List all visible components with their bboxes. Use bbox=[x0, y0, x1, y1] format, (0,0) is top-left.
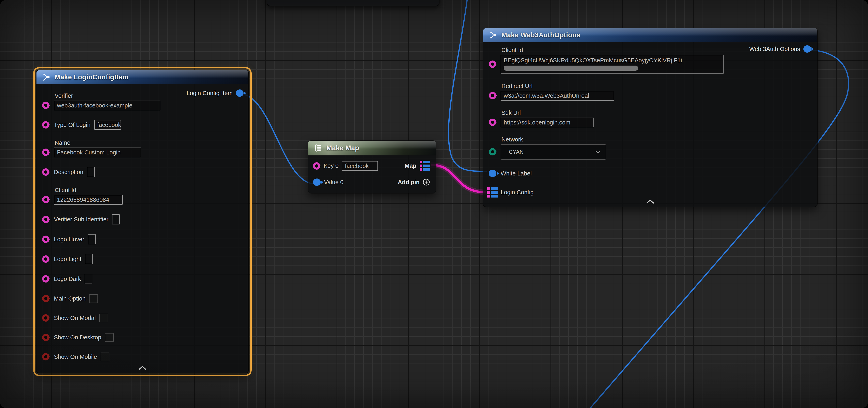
show-on-mobile-checkbox[interactable] bbox=[101, 352, 110, 361]
pin-row-login-config: Login Config bbox=[483, 187, 817, 198]
graph-canvas[interactable]: Make LoginConfigItem Login Config Item V… bbox=[0, 0, 868, 408]
node-title: Make Web3AuthOptions bbox=[501, 31, 580, 39]
wire-loginconfigitem-to-value0[interactable] bbox=[240, 94, 314, 184]
pin-client-id[interactable] bbox=[489, 61, 496, 68]
pin-logo-hover[interactable] bbox=[42, 236, 50, 243]
pin-sdk-url[interactable] bbox=[489, 118, 496, 126]
pin-row-verifier-sub-identifier: Verifier Sub Identifier bbox=[36, 214, 248, 225]
pin-name[interactable] bbox=[42, 148, 50, 156]
redirect-url-field[interactable]: w3a://com.w3a.Web3AuthUnreal bbox=[501, 91, 614, 101]
pin-redirect-url[interactable] bbox=[489, 92, 496, 99]
pin-row-show-on-mobile: Show On Mobile bbox=[36, 352, 248, 362]
pin-row-logo-light: Logo Light bbox=[36, 254, 248, 264]
pin-show-on-modal[interactable] bbox=[42, 314, 50, 321]
node-title: Make LoginConfigItem bbox=[55, 73, 128, 81]
node-make-web3authoptions[interactable]: Make Web3AuthOptions Web 3Auth Options C… bbox=[483, 28, 817, 207]
client-id-field[interactable]: BEglQSgt4cUWcj6SKRdu5QkOXTsePmMcusG5EAoy… bbox=[501, 55, 723, 74]
pin-row-white-label: White Label bbox=[483, 169, 817, 178]
make-map-icon bbox=[313, 143, 323, 152]
wire-map-glow bbox=[431, 165, 486, 192]
pin-logo-dark[interactable] bbox=[42, 275, 50, 282]
wire-top-to-whitelabel[interactable] bbox=[448, 0, 487, 171]
pin-main-option[interactable] bbox=[42, 295, 50, 302]
output-login-config-item[interactable]: Login Config Item bbox=[187, 90, 244, 97]
pin-row-main-option: Main Option bbox=[36, 294, 248, 303]
verifier-field[interactable]: web3auth-facebook-example bbox=[54, 101, 160, 110]
description-field[interactable] bbox=[87, 167, 95, 177]
pin-row-name: Name Facebook Custom Login bbox=[36, 139, 248, 157]
pin-value-0[interactable] bbox=[313, 178, 321, 186]
pin-row-redirect-url: Redirect Url w3a://com.w3a.Web3AuthUnrea… bbox=[483, 83, 817, 101]
make-struct-icon bbox=[42, 72, 51, 82]
pin-row-logo-hover: Logo Hover bbox=[36, 234, 248, 244]
node-header-make-web3authoptions[interactable]: Make Web3AuthOptions bbox=[483, 28, 817, 42]
pin-white-label[interactable] bbox=[489, 170, 496, 177]
pin-map-output[interactable] bbox=[420, 161, 430, 171]
show-on-desktop-checkbox[interactable] bbox=[105, 333, 114, 342]
add-pin-button[interactable]: Add pin bbox=[398, 178, 430, 186]
map-value-row: Value 0 Add pin bbox=[313, 178, 430, 186]
node-title: Make Map bbox=[327, 144, 359, 152]
main-option-checkbox[interactable] bbox=[89, 294, 98, 303]
logo-dark-field[interactable] bbox=[85, 274, 92, 284]
pin-row-network: Network CYAN bbox=[483, 136, 817, 160]
pin-description[interactable] bbox=[42, 168, 50, 176]
collapse-chevron-icon[interactable] bbox=[138, 366, 147, 370]
node-header-make-map[interactable]: Make Map bbox=[308, 141, 436, 156]
pin-network[interactable] bbox=[489, 148, 496, 156]
output-web3auth-options[interactable]: Web 3Auth Options bbox=[749, 45, 811, 53]
pin-show-on-mobile[interactable] bbox=[42, 353, 50, 361]
pin-verifier-sub-identifier[interactable] bbox=[42, 216, 50, 223]
blueprint-editor: Make LoginConfigItem Login Config Item V… bbox=[0, 0, 868, 408]
client-id-field[interactable]: 1222658941886084 bbox=[54, 195, 123, 205]
pin-row-logo-dark: Logo Dark bbox=[36, 274, 248, 284]
logo-hover-field[interactable] bbox=[88, 234, 96, 244]
sdk-url-field[interactable]: https://sdk.openlogin.com bbox=[501, 117, 594, 127]
map-key-row: Key 0 facebook Map bbox=[313, 161, 430, 171]
chevron-down-icon bbox=[595, 150, 600, 154]
pin-row-sdk-url: Sdk Url https://sdk.openlogin.com bbox=[483, 109, 817, 127]
type-of-login-field[interactable]: facebook bbox=[94, 120, 121, 130]
pin-key-0[interactable] bbox=[313, 162, 320, 170]
node-make-map[interactable]: Make Map Key 0 facebook Map bbox=[308, 140, 436, 194]
pin-row-type-of-login: Type Of Login facebook bbox=[36, 120, 248, 130]
key-0-field[interactable]: facebook bbox=[342, 161, 378, 171]
collapse-chevron-icon[interactable] bbox=[646, 199, 654, 204]
pin-show-on-desktop[interactable] bbox=[42, 334, 50, 341]
offscreen-node-top[interactable] bbox=[267, 0, 439, 6]
pin-verifier[interactable] bbox=[42, 102, 50, 109]
pin-web3auth-options-output[interactable] bbox=[803, 45, 811, 53]
pin-login-config[interactable] bbox=[487, 187, 498, 198]
make-struct-icon bbox=[489, 30, 498, 40]
node-make-loginconfigitem[interactable]: Make LoginConfigItem Login Config Item V… bbox=[36, 70, 249, 373]
pin-row-show-on-desktop: Show On Desktop bbox=[36, 333, 248, 342]
client-id-field-scrollbar[interactable] bbox=[504, 66, 638, 71]
verifier-sub-identifier-field[interactable] bbox=[112, 214, 120, 225]
pin-row-client-id: Client Id 1222658941886084 bbox=[36, 187, 248, 205]
logo-light-field[interactable] bbox=[85, 254, 93, 264]
pin-logo-light[interactable] bbox=[42, 256, 50, 263]
name-field[interactable]: Facebook Custom Login bbox=[54, 147, 141, 157]
pin-type-of-login[interactable] bbox=[42, 121, 50, 129]
pin-client-id[interactable] bbox=[42, 196, 50, 203]
show-on-modal-checkbox[interactable] bbox=[99, 314, 108, 322]
pin-row-show-on-modal: Show On Modal bbox=[36, 313, 248, 323]
pin-row-description: Description bbox=[36, 167, 248, 177]
node-header-make-loginconfigitem[interactable]: Make LoginConfigItem bbox=[36, 70, 248, 84]
pin-login-config-item-output[interactable] bbox=[236, 90, 244, 97]
network-dropdown[interactable]: CYAN bbox=[501, 144, 606, 160]
add-pin-plus-icon bbox=[423, 178, 430, 186]
